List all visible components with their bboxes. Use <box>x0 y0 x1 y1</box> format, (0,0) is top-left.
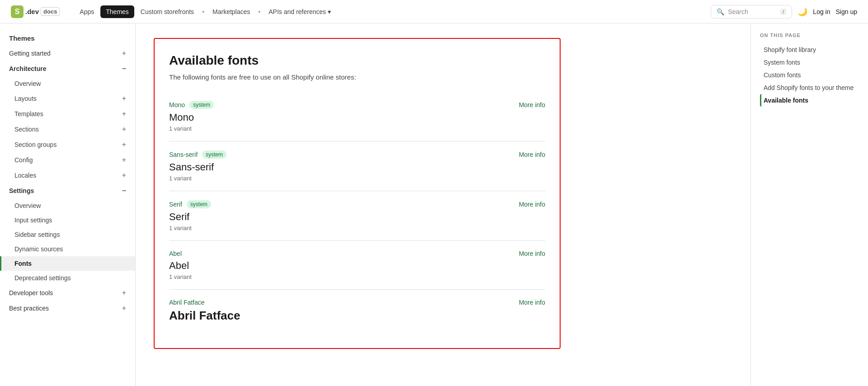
font-header-abel: Abel More info <box>169 250 545 257</box>
nav-links: Apps Themes Custom storefronts • Marketp… <box>74 5 707 18</box>
font-display-abril-fatface: Abril Fatface <box>169 309 545 323</box>
font-entry-mono: Mono system More info Mono 1 variant <box>169 92 545 141</box>
plus-icon: + <box>122 49 126 57</box>
sidebar-item-themes[interactable]: Themes <box>0 31 135 46</box>
nav-marketplaces[interactable]: Marketplaces <box>207 5 255 18</box>
content-wrapper: Available fonts The following fonts are … <box>154 38 561 349</box>
system-badge-sans-serif: system <box>202 151 226 159</box>
sidebar-item-developer-tools[interactable]: Developer tools + <box>0 285 135 301</box>
font-variants-sans-serif: 1 variant <box>169 175 545 182</box>
minus-icon-settings: − <box>122 187 126 195</box>
more-info-mono[interactable]: More info <box>519 101 545 108</box>
logo[interactable]: S .dev docs <box>11 5 60 18</box>
font-header-serif: Serif system More info <box>169 200 545 208</box>
login-link[interactable]: Log in <box>813 8 830 15</box>
plus-icon-config: + <box>122 156 126 164</box>
font-display-sans-serif: Sans-serif <box>169 161 545 173</box>
sidebar-item-templates[interactable]: Templates + <box>0 106 135 122</box>
sidebar-item-sidebar-settings[interactable]: Sidebar settings <box>0 227 135 242</box>
toc-item-custom-fonts[interactable]: Custom fonts <box>760 69 859 81</box>
font-variants-abel: 1 variant <box>169 273 545 280</box>
font-name-row-abel: Abel <box>169 250 182 257</box>
nav-apis[interactable]: APIs and references ▾ <box>263 5 336 18</box>
sidebar-item-deprecated-settings[interactable]: Deprecated settings <box>0 271 135 285</box>
font-entry-serif: Serif system More info Serif 1 variant <box>169 191 545 240</box>
search-icon: 🔍 <box>717 8 724 15</box>
plus-icon-best-practices: + <box>122 304 126 312</box>
search-box[interactable]: 🔍 Search / <box>711 5 792 19</box>
layout: Themes Getting started + Architecture − … <box>0 24 868 386</box>
sidebar-item-overview[interactable]: Overview <box>0 76 135 91</box>
sidebar-item-locales[interactable]: Locales + <box>0 168 135 183</box>
sidebar-item-best-practices[interactable]: Best practices + <box>0 301 135 316</box>
font-name-row-serif: Serif system <box>169 200 211 208</box>
font-variants-mono: 1 variant <box>169 125 545 132</box>
sidebar-item-layouts[interactable]: Layouts + <box>0 91 135 106</box>
plus-icon-sections: + <box>122 125 126 133</box>
nav-auth: Log in Sign up <box>813 8 857 15</box>
more-info-abril-fatface[interactable]: More info <box>519 299 545 306</box>
sidebar-item-section-groups[interactable]: Section groups + <box>0 137 135 152</box>
nav-dot-separator: • <box>202 8 204 15</box>
more-info-abel[interactable]: More info <box>519 250 545 257</box>
more-info-serif[interactable]: More info <box>519 201 545 208</box>
sidebar-item-getting-started[interactable]: Getting started + <box>0 46 135 61</box>
plus-icon-locales: + <box>122 171 126 179</box>
toc-title: ON THIS PAGE <box>760 33 859 38</box>
font-display-mono: Mono <box>169 112 545 123</box>
sidebar-item-dynamic-sources[interactable]: Dynamic sources <box>0 242 135 256</box>
plus-icon-dev-tools: + <box>122 289 126 297</box>
sidebar-item-settings[interactable]: Settings − <box>0 183 135 198</box>
sidebar-section-themes: Themes Getting started + Architecture − … <box>0 31 135 316</box>
nav-themes[interactable]: Themes <box>100 5 134 18</box>
toc-item-shopify-font-library[interactable]: Shopify font library <box>760 43 859 56</box>
font-name-row-abril-fatface: Abril Fatface <box>169 299 205 306</box>
dark-mode-toggle[interactable]: 🌙 <box>797 7 807 17</box>
sidebar: Themes Getting started + Architecture − … <box>0 24 136 386</box>
font-link-abel[interactable]: Abel <box>169 250 182 257</box>
chevron-down-icon: ▾ <box>328 8 331 15</box>
font-header-abril-fatface: Abril Fatface More info <box>169 299 545 306</box>
font-name-row-sans-serif: Sans-serif system <box>169 151 226 159</box>
top-nav: S .dev docs Apps Themes Custom storefron… <box>0 0 868 24</box>
nav-apps[interactable]: Apps <box>74 5 99 18</box>
plus-icon-section-groups: + <box>122 141 126 149</box>
font-entry-abril-fatface: Abril Fatface More info Abril Fatface <box>169 289 545 334</box>
sidebar-item-architecture[interactable]: Architecture − <box>0 61 135 76</box>
font-display-abel: Abel <box>169 260 545 272</box>
minus-icon: − <box>122 65 126 73</box>
font-header-mono: Mono system More info <box>169 101 545 109</box>
font-variants-serif: 1 variant <box>169 225 545 231</box>
font-link-serif[interactable]: Serif <box>169 201 182 208</box>
main-content: Available fonts The following fonts are … <box>136 24 750 386</box>
font-link-mono[interactable]: Mono <box>169 101 185 108</box>
font-link-sans-serif[interactable]: Sans-serif <box>169 151 198 158</box>
plus-icon-layouts: + <box>122 94 126 103</box>
font-header-sans-serif: Sans-serif system More info <box>169 151 545 159</box>
page-title: Available fonts <box>169 53 545 68</box>
font-display-serif: Serif <box>169 211 545 223</box>
toc-item-system-fonts[interactable]: System fonts <box>760 56 859 69</box>
more-info-sans-serif[interactable]: More info <box>519 151 545 158</box>
sidebar-item-input-settings[interactable]: Input settings <box>0 213 135 227</box>
sidebar-item-config[interactable]: Config + <box>0 152 135 168</box>
font-entry-sans-serif: Sans-serif system More info Sans-serif 1… <box>169 141 545 191</box>
nav-custom-storefronts[interactable]: Custom storefronts <box>135 5 199 18</box>
logo-dot: .dev <box>25 8 39 15</box>
nav-right: 🔍 Search / 🌙 Log in Sign up <box>711 5 857 19</box>
font-link-abril-fatface[interactable]: Abril Fatface <box>169 299 205 306</box>
sidebar-item-settings-overview[interactable]: Overview <box>0 198 135 213</box>
plus-icon-templates: + <box>122 110 126 118</box>
font-name-row-mono: Mono system <box>169 101 214 109</box>
toc-item-available-fonts[interactable]: Available fonts <box>760 94 859 107</box>
system-badge-serif: system <box>187 200 211 208</box>
toc-panel: ON THIS PAGE Shopify font library System… <box>750 24 868 386</box>
shopify-logo-icon: S <box>11 5 24 18</box>
sidebar-item-fonts[interactable]: Fonts <box>0 256 135 271</box>
search-kbd: / <box>780 9 786 15</box>
sidebar-item-sections[interactable]: Sections + <box>0 122 135 137</box>
page-subtitle: The following fonts are free to use on a… <box>169 73 545 81</box>
toc-item-add-shopify-fonts[interactable]: Add Shopify fonts to your theme <box>760 81 859 94</box>
font-entry-abel: Abel More info Abel 1 variant <box>169 240 545 289</box>
signup-link[interactable]: Sign up <box>836 8 857 15</box>
